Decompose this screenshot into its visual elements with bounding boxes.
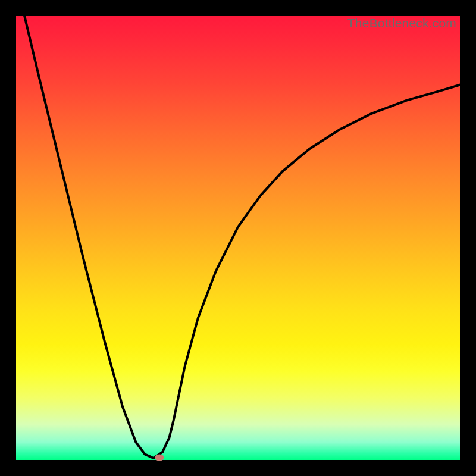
chart-frame: TheBottleneck.com <box>0 0 476 476</box>
bottleneck-curve <box>24 16 460 458</box>
curve-svg <box>16 16 460 460</box>
plot-area: TheBottleneck.com <box>16 16 460 460</box>
minimum-marker <box>155 454 164 461</box>
